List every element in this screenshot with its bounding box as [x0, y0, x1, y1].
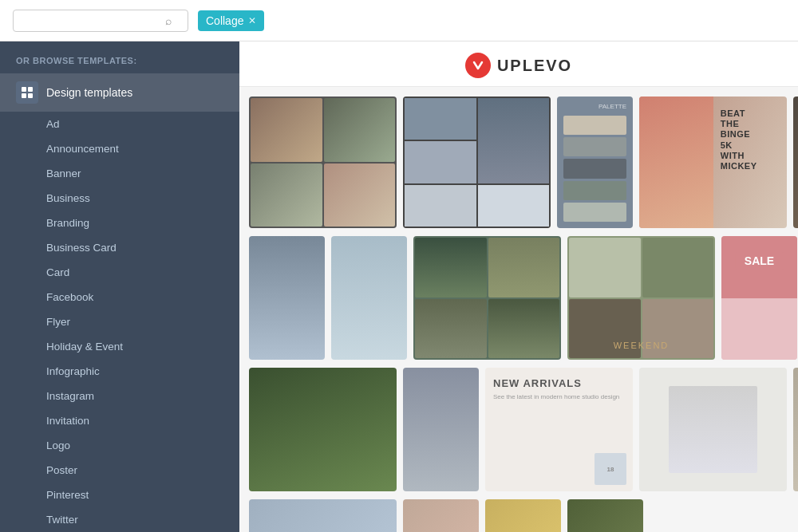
sale-badge-1: SALE [735, 252, 784, 270]
sidebar-item-holiday[interactable]: Holiday & Event [0, 334, 239, 359]
svg-rect-0 [22, 87, 26, 92]
template-card[interactable] [331, 236, 407, 360]
uplevo-header: UPLEVO [239, 41, 798, 87]
template-card[interactable]: SUMMERHOTTER [793, 368, 798, 491]
new-arrivals-text: NEW ARRIVALS [493, 377, 625, 389]
template-card[interactable] [485, 499, 561, 532]
template-card[interactable] [403, 368, 479, 491]
sidebar-item-ad[interactable]: Ad [0, 112, 239, 136]
sidebar-item-facebook[interactable]: Facebook [0, 285, 239, 309]
svg-rect-1 [28, 87, 33, 92]
template-card[interactable]: WEEKEND [567, 236, 715, 360]
svg-rect-3 [28, 93, 33, 98]
template-card[interactable]: PALETTE [557, 97, 633, 228]
template-card[interactable]: NEW ARRIVALS See the latest in modern ho… [485, 368, 633, 491]
template-row-1: PALETTE BEATTHEBINGE5KWITHMICKEY [249, 97, 788, 228]
new-arrivals-sub-text: See the latest in modern home studio des… [493, 392, 625, 401]
sidebar-item-invitation[interactable]: Invitation [0, 408, 239, 433]
template-card[interactable] [567, 499, 643, 532]
browse-label: OR BROWSE TEMPLATES: [0, 41, 239, 73]
sidebar-item-business[interactable]: Business [0, 186, 239, 211]
filter-tag[interactable]: Collage ✕ [198, 10, 264, 31]
content-area: UPLEVO [239, 41, 798, 532]
search-box: Collage ⌕ [13, 10, 188, 32]
weekend-text: WEEKEND [614, 341, 670, 350]
header: Collage ⌕ Collage ✕ [0, 0, 798, 41]
template-card[interactable] [249, 499, 397, 532]
template-row-4 [249, 499, 788, 532]
sidebar-item-logo[interactable]: Logo [0, 433, 239, 458]
svg-rect-2 [22, 93, 26, 98]
sidebar-item-infographic[interactable]: Infographic [0, 359, 239, 384]
template-card[interactable]: BEATTHEBINGE5KWITHMICKEY [639, 97, 787, 228]
sidebar-item-design-templates[interactable]: Design templates [0, 73, 239, 112]
uplevo-logo [465, 53, 491, 78]
filter-tag-label: Collage [206, 14, 243, 27]
template-grid: PALETTE BEATTHEBINGE5KWITHMICKEY [239, 87, 798, 532]
design-templates-icon [16, 81, 38, 104]
main: OR BROWSE TEMPLATES: Design templates Ad… [0, 41, 798, 532]
template-card[interactable] [793, 97, 798, 228]
sidebar-item-pinterest[interactable]: Pinterest [0, 483, 239, 507]
sidebar-item-banner[interactable]: Banner [0, 161, 239, 186]
sidebar-item-poster[interactable]: Poster [0, 458, 239, 483]
template-card[interactable] [639, 368, 787, 491]
template-card[interactable] [413, 236, 561, 360]
template-card[interactable] [403, 499, 479, 532]
template-row-2: WEEKEND SALE SALE [249, 236, 788, 360]
sidebar-item-business-card[interactable]: Business Card [0, 235, 239, 260]
template-card[interactable]: SALE [721, 236, 797, 360]
sidebar-item-announcement[interactable]: Announcement [0, 136, 239, 161]
design-templates-label: Design templates [46, 86, 132, 99]
template-card[interactable] [249, 97, 397, 228]
template-row-3: NEW ARRIVALS See the latest in modern ho… [249, 368, 788, 491]
template-card[interactable] [249, 368, 397, 491]
sidebar: OR BROWSE TEMPLATES: Design templates Ad… [0, 41, 239, 532]
search-input[interactable]: Collage [22, 14, 165, 27]
sidebar-item-branding[interactable]: Branding [0, 211, 239, 235]
template-card[interactable] [403, 97, 551, 228]
template-card[interactable] [249, 236, 325, 360]
brand-name: UPLEVO [497, 57, 572, 75]
sidebar-item-twitter[interactable]: Twitter [0, 507, 239, 532]
sidebar-item-instagram[interactable]: Instagram [0, 384, 239, 408]
sidebar-item-card[interactable]: Card [0, 260, 239, 285]
search-icon[interactable]: ⌕ [165, 14, 172, 27]
sidebar-item-flyer[interactable]: Flyer [0, 309, 239, 334]
filter-tag-close-icon[interactable]: ✕ [248, 15, 256, 26]
